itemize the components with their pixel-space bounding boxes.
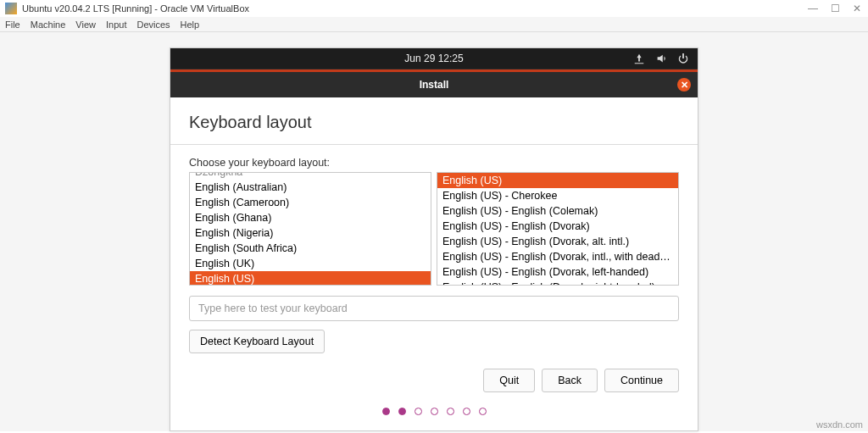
minimize-icon[interactable]: —: [807, 3, 819, 14]
menu-input[interactable]: Input: [106, 19, 126, 30]
list-item[interactable]: English (Australian): [190, 180, 431, 195]
ubuntu-installer-window: Jun 29 12:25 Install ✕ Keyboard layout C…: [170, 47, 698, 431]
close-icon[interactable]: ✕: [851, 3, 863, 14]
menu-help[interactable]: Help: [181, 19, 200, 30]
list-item[interactable]: English (Nigeria): [190, 225, 431, 241]
layout-language-list[interactable]: Dzongkha English (Australian) English (C…: [189, 172, 431, 286]
topbar-status-icons[interactable]: [633, 53, 689, 64]
quit-button[interactable]: Quit: [483, 369, 535, 392]
close-icon: ✕: [681, 80, 688, 91]
list-item[interactable]: English (US) - English (Colemak): [437, 203, 678, 219]
progress-dot: [398, 408, 406, 415]
progress-dot: [479, 408, 487, 415]
keyboard-test-input[interactable]: [189, 296, 679, 321]
list-item[interactable]: English (Ghana): [190, 210, 431, 225]
installer-page: Keyboard layout Choose your keyboard lay…: [170, 97, 698, 430]
list-item[interactable]: English (US) - Cherokee: [437, 188, 678, 203]
network-icon: [633, 53, 645, 64]
ubuntu-topbar: Jun 29 12:25: [170, 48, 698, 69]
vbox-window-controls: — ☐ ✕: [807, 3, 863, 14]
sound-icon: [655, 53, 667, 64]
list-item[interactable]: English (US) - English (Dvorak, intl., w…: [437, 249, 678, 264]
install-header-title: Install: [420, 79, 449, 91]
progress-dot: [447, 408, 454, 415]
vm-content-area: Jun 29 12:25 Install ✕ Keyboard layout C…: [0, 32, 868, 431]
watermark: wsxdn.com: [816, 419, 863, 430]
layout-prompt: Choose your keyboard layout:: [189, 157, 679, 169]
keyboard-lists: Dzongkha English (Australian) English (C…: [189, 172, 679, 286]
list-item[interactable]: Dzongkha: [190, 172, 431, 180]
continue-button[interactable]: Continue: [604, 369, 679, 392]
progress-dot: [431, 408, 438, 415]
divider: [170, 144, 698, 145]
page-title: Keyboard layout: [189, 113, 679, 132]
menu-file[interactable]: File: [5, 19, 20, 30]
menu-devices[interactable]: Devices: [136, 19, 170, 30]
vbox-title: Ubuntu v20.04.2 LTS [Running] - Oracle V…: [22, 3, 249, 14]
progress-dot: [382, 408, 390, 415]
list-item[interactable]: English (US) - English (Dvorak, alt. int…: [437, 234, 678, 249]
menu-view[interactable]: View: [75, 19, 96, 30]
list-item[interactable]: English (US) - English (Dvorak): [437, 219, 678, 234]
vbox-app-icon: [5, 3, 17, 14]
back-button[interactable]: Back: [542, 369, 598, 392]
list-item[interactable]: English (US) - English (Dvorak, left-han…: [437, 264, 678, 280]
vbox-menubar: File Machine View Input Devices Help: [0, 17, 868, 32]
progress-dot: [463, 408, 470, 415]
install-header: Install ✕: [170, 72, 698, 97]
list-item-selected[interactable]: English (US): [190, 271, 431, 286]
progress-dot: [415, 408, 422, 415]
menu-machine[interactable]: Machine: [31, 19, 66, 30]
maximize-icon[interactable]: ☐: [829, 3, 841, 14]
list-item-selected[interactable]: English (US): [437, 173, 678, 188]
progress-dots: [189, 408, 679, 415]
layout-variant-list[interactable]: English (US) English (US) - Cherokee Eng…: [437, 172, 679, 286]
list-item[interactable]: English (South Africa): [190, 241, 431, 256]
detect-keyboard-button[interactable]: Detect Keyboard Layout: [189, 330, 325, 353]
vbox-titlebar: Ubuntu v20.04.2 LTS [Running] - Oracle V…: [0, 0, 868, 17]
list-item[interactable]: English (Cameroon): [190, 195, 431, 210]
power-icon: [677, 53, 689, 64]
list-item[interactable]: English (UK): [190, 256, 431, 271]
close-button[interactable]: ✕: [677, 78, 691, 92]
nav-buttons: Quit Back Continue: [189, 369, 679, 392]
list-item[interactable]: English (US) - English (Dvorak, right-ha…: [437, 280, 678, 286]
topbar-datetime: Jun 29 12:25: [404, 53, 463, 64]
